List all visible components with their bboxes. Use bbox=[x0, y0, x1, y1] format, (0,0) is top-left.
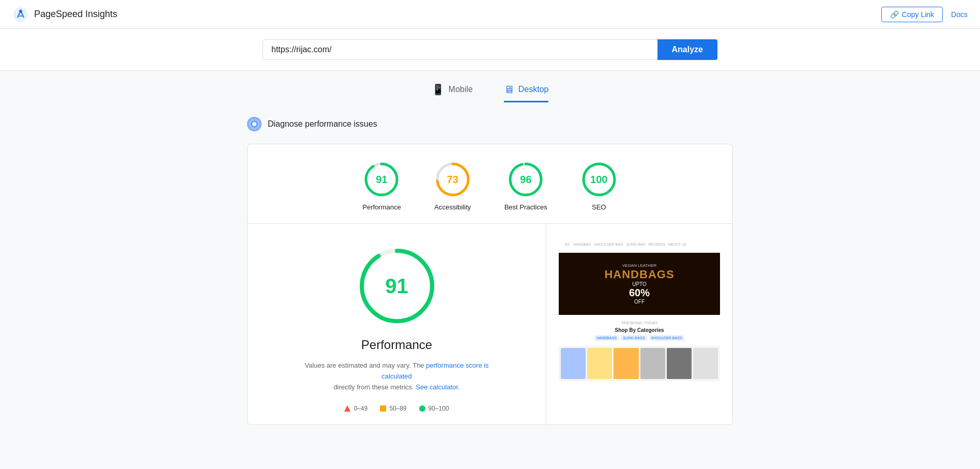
header-actions: 🔗 Copy Link Docs bbox=[881, 7, 968, 22]
tab-mobile-label: Mobile bbox=[449, 85, 473, 94]
gauge-value-performance: 91 bbox=[376, 174, 387, 186]
logo-area: PageSpeed Insights bbox=[12, 6, 117, 23]
banner-upto: UPTO bbox=[604, 281, 674, 287]
legend-average-label: 50–89 bbox=[389, 405, 406, 412]
screenshot: RJ HANDBAG SHOULDER BAG SLING BAG REVIEW… bbox=[559, 236, 720, 381]
score-label-accessibility: Accessibility bbox=[434, 203, 471, 211]
scores-row: 91 Performance 73 Accessibility bbox=[248, 144, 732, 224]
results-card: 91 Performance 73 Accessibility bbox=[247, 144, 733, 425]
thumb-3 bbox=[614, 348, 638, 379]
legend-row: 0–49 50–89 90–100 bbox=[344, 405, 449, 412]
good-icon bbox=[419, 405, 425, 412]
score-item-seo: 100 SEO bbox=[580, 161, 618, 211]
screenshot-categories: TRENDING TODAY Shop By Categories HANDBA… bbox=[559, 315, 720, 346]
score-item-best-practices: 96 Best Practices bbox=[504, 161, 547, 211]
banner-vegan: VEGAN LEATHER bbox=[604, 263, 674, 268]
big-gauge-performance: 91 bbox=[356, 245, 438, 327]
app-title: PageSpeed Insights bbox=[34, 9, 117, 20]
banner-handbags: HANDBAGS bbox=[604, 268, 674, 281]
score-item-accessibility: 73 Accessibility bbox=[434, 161, 471, 211]
desktop-icon: 🖥 bbox=[504, 84, 514, 96]
desc-mid: directly from these metrics. bbox=[333, 383, 414, 391]
tab-desktop-label: Desktop bbox=[518, 85, 549, 94]
cat-tags: HANDBAGS SLING BAGS SHOULDER BAGS bbox=[594, 335, 684, 341]
copy-link-button[interactable]: 🔗 Copy Link bbox=[881, 7, 943, 22]
gauge-value-accessibility: 73 bbox=[447, 174, 458, 186]
screenshot-thumbnails bbox=[559, 346, 720, 381]
legend-fail-label: 0–49 bbox=[354, 405, 368, 412]
gauge-seo: 100 bbox=[580, 161, 618, 198]
gauge-value-seo: 100 bbox=[590, 174, 607, 186]
cat-tag-handbags: HANDBAGS bbox=[594, 335, 619, 341]
header: PageSpeed Insights 🔗 Copy Link Docs bbox=[0, 0, 980, 29]
analyze-button[interactable]: Analyze bbox=[657, 39, 717, 60]
score-item-performance: 91 Performance bbox=[362, 161, 401, 211]
diagnose-icon bbox=[247, 117, 262, 131]
mobile-icon: 📱 bbox=[432, 83, 445, 96]
big-gauge-value: 91 bbox=[385, 275, 408, 298]
gauge-best-practices: 96 bbox=[507, 161, 544, 198]
tab-mobile[interactable]: 📱 Mobile bbox=[432, 83, 473, 102]
docs-link[interactable]: Docs bbox=[951, 10, 968, 19]
banner-content: VEGAN LEATHER HANDBAGS UPTO 60% OFF bbox=[604, 263, 674, 305]
detail-right: RJ HANDBAG SHOULDER BAG SLING BAG REVIEW… bbox=[546, 224, 732, 425]
cat-tag-shoulder: SHOULDER BAGS bbox=[649, 335, 684, 341]
legend-good: 90–100 bbox=[419, 405, 449, 412]
gauge-value-best-practices: 96 bbox=[520, 174, 531, 186]
detail-description: Values are estimated and may vary. The p… bbox=[299, 360, 495, 392]
search-area: Analyze bbox=[0, 29, 980, 71]
svg-rect-2 bbox=[19, 16, 23, 17]
thumb-2 bbox=[587, 348, 612, 379]
main-content: 📱 Mobile 🖥 Desktop Diagnose performance … bbox=[237, 71, 743, 437]
diagnose-banner: Diagnose performance issues bbox=[247, 115, 733, 133]
detail-title: Performance bbox=[361, 338, 432, 352]
svg-point-4 bbox=[252, 122, 256, 126]
legend-good-label: 90–100 bbox=[428, 405, 449, 412]
thumb-5 bbox=[667, 348, 692, 379]
detail-left: 91 Performance Values are estimated and … bbox=[248, 224, 546, 425]
link-icon: 🔗 bbox=[890, 10, 899, 19]
search-bar: Analyze bbox=[263, 39, 717, 60]
screenshot-nav: RJ HANDBAG SHOULDER BAG SLING BAG REVIEW… bbox=[559, 236, 720, 253]
cat-tag-sling: SLING BAGS bbox=[621, 335, 647, 341]
calculator-link[interactable]: See calculator. bbox=[416, 383, 460, 391]
gauge-accessibility: 73 bbox=[434, 161, 471, 198]
banner-off: OFF bbox=[604, 299, 674, 305]
score-label-best-practices: Best Practices bbox=[504, 203, 547, 211]
thumb-6 bbox=[693, 348, 718, 379]
url-input[interactable] bbox=[263, 39, 657, 60]
banner-percent: 60% bbox=[604, 287, 674, 299]
screenshot-banner: VEGAN LEATHER HANDBAGS UPTO 60% OFF bbox=[559, 253, 720, 315]
fail-icon bbox=[344, 405, 350, 412]
trending-title: TRENDING TODAY bbox=[621, 321, 658, 325]
gauge-performance: 91 bbox=[363, 161, 400, 198]
thumb-4 bbox=[640, 348, 665, 379]
screenshot-nav-text: RJ HANDBAG SHOULDER BAG SLING BAG REVIEW… bbox=[565, 243, 686, 246]
detail-section: 91 Performance Values are estimated and … bbox=[248, 224, 732, 425]
diagnose-text: Diagnose performance issues bbox=[268, 119, 377, 129]
svg-point-1 bbox=[19, 10, 22, 13]
average-icon bbox=[380, 405, 386, 412]
copy-link-label: Copy Link bbox=[902, 10, 934, 19]
pagespeed-logo bbox=[12, 6, 29, 23]
shop-title: Shop By Categories bbox=[615, 327, 664, 333]
legend-average: 50–89 bbox=[380, 405, 406, 412]
thumb-1 bbox=[561, 348, 586, 379]
desc-static: Values are estimated and may vary. The bbox=[304, 361, 424, 369]
score-label-seo: SEO bbox=[592, 203, 606, 211]
score-label-performance: Performance bbox=[362, 203, 401, 211]
tabs-row: 📱 Mobile 🖥 Desktop bbox=[247, 83, 733, 102]
legend-fail: 0–49 bbox=[344, 405, 368, 412]
tab-desktop[interactable]: 🖥 Desktop bbox=[504, 83, 549, 102]
